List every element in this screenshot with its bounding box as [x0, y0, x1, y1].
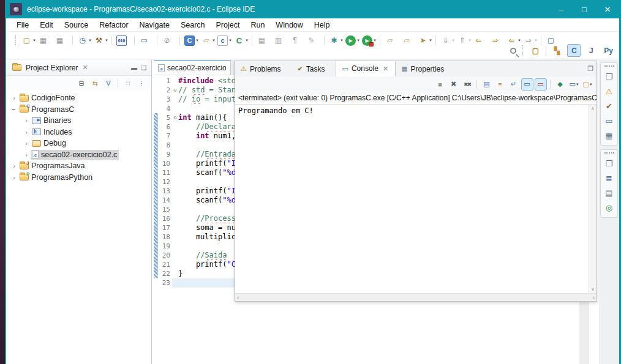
collapse-all-button[interactable]: ⊟ [75, 77, 88, 89]
tab-properties[interactable]: ▦Properties [396, 61, 455, 76]
view-menu-button[interactable]: ⋮ [135, 77, 148, 89]
close-window-button[interactable]: ✕ [596, 0, 619, 18]
open-perspective-button[interactable]: ▢ [529, 44, 542, 57]
open-run-configurations-button[interactable]: ▱ [384, 34, 401, 47]
expand-arrow-icon[interactable]: › [22, 151, 31, 158]
fold-marker-icon[interactable]: ⊖ [172, 86, 178, 95]
tasks-view-button[interactable]: ✔ [602, 98, 617, 113]
console-output-area[interactable]: Programando em C! ∧ ∨ [235, 105, 597, 293]
previous-annotation-button[interactable]: ⇓▾ [440, 34, 456, 47]
link-with-editor-button[interactable]: ⇆ [89, 77, 101, 89]
console-view-button[interactable]: ▭ [138, 34, 155, 47]
new-c-project-button[interactable]: C▾ [184, 34, 200, 47]
search-icon[interactable] [510, 48, 516, 54]
build-button[interactable]: ⚒▾ [93, 34, 110, 47]
menu-help[interactable]: Help [309, 20, 336, 31]
show-on-stdout-button[interactable]: ▭ [521, 78, 533, 91]
tab-project-explorer[interactable]: Project Explorer ✕ [9, 60, 93, 75]
console-horizontal-scrollbar[interactable]: ‹ › [235, 293, 597, 301]
expand-arrow-icon[interactable]: › [22, 117, 31, 124]
new-class-button[interactable]: C▾ [233, 34, 250, 47]
fold-marker-icon[interactable]: ⊖ [172, 113, 178, 122]
tree-item-includes[interactable]: › Includes [6, 127, 151, 138]
restore-views-button[interactable]: ❐ [602, 69, 617, 84]
expand-arrow-icon[interactable]: › [10, 162, 18, 169]
expand-arrow-icon[interactable]: › [10, 105, 18, 114]
tab-close-icon[interactable]: ✕ [382, 65, 390, 73]
titlebar[interactable]: eclipse-workspace - ProgramasC/secao02-e… [6, 0, 619, 18]
scroll-left-icon[interactable]: ‹ [237, 294, 239, 301]
filter-button[interactable]: ∇ [102, 77, 115, 89]
console-vertical-scrollbar[interactable]: ∧ ∨ [589, 105, 597, 293]
remove-all-terminated-button[interactable]: ✖✖ [461, 78, 473, 91]
tree-item-codigofonte[interactable]: › CodigoFonte [6, 92, 151, 104]
display-console-button[interactable]: ▭▾ [568, 78, 580, 91]
perspective-debug-button[interactable]: ▚ [550, 44, 563, 57]
run-button[interactable]: ▶▾ [345, 34, 361, 47]
code-editor[interactable]: 1#include <std2⊖// std = Stan3// io = in… [154, 75, 235, 364]
menu-refactor[interactable]: Refactor [94, 20, 134, 31]
restore-view-button[interactable]: ❐ [587, 65, 593, 73]
open-console-button[interactable]: ▢▾ [581, 78, 593, 91]
tree-item-secao02-exercicio02[interactable]: › secao02-exercicio02.c [6, 149, 151, 161]
tab-console[interactable]: ▭Console✕ [336, 61, 396, 76]
minimize-view-button[interactable]: ▬ [129, 64, 139, 71]
terminate-button[interactable]: ■ [434, 78, 446, 91]
remove-launch-button[interactable]: ✖ [448, 78, 460, 91]
tree-item-programaspython[interactable]: › PProgramasPython [6, 172, 151, 184]
toolbar-grip[interactable] [15, 35, 17, 45]
tab-problems[interactable]: ⚠Problems [235, 61, 292, 76]
open-resource-button[interactable]: ▥ [273, 34, 289, 47]
scroll-lock-button[interactable]: ≡ [494, 78, 506, 91]
scroll-down-icon[interactable]: ∨ [591, 285, 595, 293]
drag-handle[interactable] [604, 65, 614, 67]
save-all-button[interactable]: ▦ [54, 34, 70, 47]
focus-task-button[interactable]: ∷ [122, 77, 134, 89]
build-targets-view-button[interactable]: ◎ [602, 200, 617, 215]
minimize-window-button[interactable]: – [549, 0, 573, 18]
documents-view-button[interactable]: ▤ [602, 185, 617, 200]
search-source-button[interactable]: ⊘ [161, 34, 178, 47]
menu-file[interactable]: File [11, 20, 34, 31]
clear-console-button[interactable]: ▤ [481, 78, 493, 91]
tab-tasks[interactable]: ✔Tasks [292, 61, 336, 76]
menu-search[interactable]: Search [175, 20, 211, 31]
new-c-file-button[interactable]: c▾ [217, 34, 233, 47]
back-to-location-button[interactable]: ⇐ [473, 34, 489, 47]
new-project-wizard-button[interactable]: ▱▾ [200, 34, 217, 47]
format-button[interactable]: ✎ [306, 34, 322, 47]
drag-handle[interactable] [604, 152, 614, 154]
open-element-button[interactable]: ▤ [256, 34, 273, 47]
expand-arrow-icon[interactable]: › [10, 94, 18, 102]
restore-views-button-2[interactable]: ❐ [602, 156, 617, 171]
perspective-java-button[interactable]: J [584, 44, 598, 57]
tree-item-binaries[interactable]: › Binaries [6, 115, 151, 127]
debug-button[interactable]: ✱▾ [328, 34, 345, 47]
show-on-stderr-button[interactable]: ▭ [535, 78, 547, 91]
tab-editor-secao02-exercicio02[interactable]: secao02-exercicio02.c [154, 60, 231, 75]
perspective-python-button[interactable]: Py [601, 44, 615, 57]
forward-to-location-button[interactable]: ⇒ [489, 34, 506, 47]
outline-view-button[interactable]: ≣ [602, 171, 617, 185]
word-wrap-button[interactable]: ↵ [508, 78, 520, 91]
expand-arrow-icon[interactable]: › [22, 139, 31, 147]
tree-item-debug[interactable]: › Debug [6, 138, 151, 149]
editor-scrollbar[interactable] [579, 302, 589, 364]
menu-source[interactable]: Source [59, 20, 94, 31]
menu-project[interactable]: Project [211, 20, 246, 31]
binary-file-button[interactable]: 010 [116, 34, 132, 47]
menu-window[interactable]: Window [270, 20, 308, 31]
scroll-up-icon[interactable]: ∧ [591, 105, 595, 113]
menu-run[interactable]: Run [245, 20, 270, 31]
external-tools-button[interactable]: ➤▾ [417, 34, 434, 47]
pin-console-button[interactable]: ◆ [554, 78, 566, 91]
new-wizard-button[interactable]: ▢▾ [21, 34, 37, 47]
profile-button[interactable]: ▶▾ [361, 34, 378, 47]
problems-view-button[interactable]: ⚠ [602, 84, 617, 98]
menu-navigate[interactable]: Navigate [134, 20, 175, 31]
tree-item-programasc[interactable]: › CProgramasC [6, 104, 151, 116]
console-view-button[interactable]: ▭ [602, 113, 617, 128]
menu-edit[interactable]: Edit [34, 20, 59, 31]
scroll-right-icon[interactable]: › [593, 294, 595, 301]
maximize-view-button[interactable]: ❑ [139, 64, 149, 71]
